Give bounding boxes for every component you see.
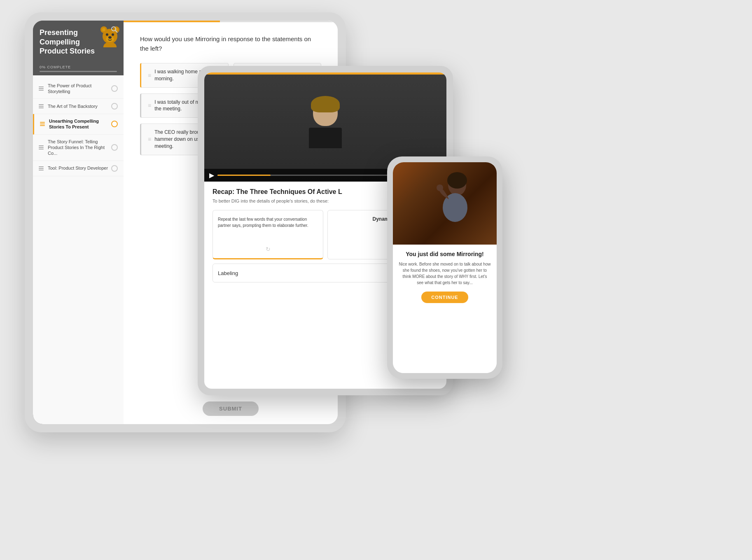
search-icon[interactable] <box>111 26 118 35</box>
progress-top-bar <box>124 21 338 22</box>
phone-device: You just did some Mirroring! Nice work. … <box>387 156 502 379</box>
progress-bar-bg <box>40 71 117 72</box>
sidebar-nav: The Power of Product Storytelling The Ar… <box>33 75 124 425</box>
refresh-icon: ↻ <box>218 246 318 252</box>
drag-icon: ≡ <box>148 72 151 78</box>
phone-image <box>393 162 497 245</box>
phone-person-area <box>393 162 497 245</box>
nav-lines-icon <box>39 104 44 108</box>
nav-item-text: Unearthing Compelling Stories To Present <box>49 118 109 130</box>
play-button[interactable]: ▶ <box>209 171 214 179</box>
nav-item-circle <box>111 165 118 172</box>
nav-item-text: The Power of Product Storytelling <box>48 83 109 95</box>
scene: Presenting Compelling Product Stories <box>0 0 752 560</box>
presenter-silhouette <box>305 99 346 157</box>
nav-lines-icon <box>39 86 44 91</box>
nav-item-circle <box>111 85 118 92</box>
sidebar-item-power-of-product[interactable]: The Power of Product Storytelling <box>33 79 124 99</box>
nav-item-text: The Story Funnel: Telling Product Storie… <box>48 139 109 156</box>
svg-point-8 <box>108 36 112 39</box>
woman-silhouette-svg <box>412 162 478 245</box>
progress-top-fill <box>124 21 220 22</box>
progress-bar-area: 0% COMPLETE <box>33 61 124 75</box>
phone-text-area: You just did some Mirroring! Nice work. … <box>393 245 497 373</box>
labeling-text: Labeling <box>218 270 238 276</box>
svg-line-11 <box>115 30 117 33</box>
sidebar-title: Presenting Compelling Product Stories <box>40 28 105 56</box>
continue-button[interactable]: CONTINUE <box>421 292 468 303</box>
phone-modal-text: Nice work. Before she moved on to talk a… <box>399 261 491 286</box>
person-body <box>309 128 342 148</box>
nav-item-circle <box>111 103 118 110</box>
progress-label: 0% COMPLETE <box>40 65 117 69</box>
drag-icon: ≡ <box>148 103 151 108</box>
svg-point-14 <box>447 172 467 189</box>
sidebar-item-tool[interactable]: Tool: Product Story Developer <box>33 161 124 176</box>
nav-item-text: Tool: Product Story Developer <box>48 165 109 171</box>
nav-item-circle <box>111 144 118 151</box>
sidebar-item-art-backstory[interactable]: The Art of The Backstory <box>33 99 124 114</box>
svg-point-6 <box>106 33 108 36</box>
nav-item-text: The Art of The Backstory <box>48 103 109 109</box>
person-head <box>313 99 338 126</box>
time-fill <box>217 175 271 176</box>
phone-modal-title: You just did some Mirroring! <box>399 250 491 258</box>
submit-area: SUBMIT <box>124 393 338 424</box>
sidebar-item-story-funnel[interactable]: The Story Funnel: Telling Product Storie… <box>33 135 124 161</box>
person-hair <box>311 96 340 112</box>
submit-button[interactable]: SUBMIT <box>203 401 259 416</box>
phone-screen: You just did some Mirroring! Nice work. … <box>393 162 497 373</box>
quiz-question: How would you use Mirroring in response … <box>140 35 321 53</box>
drag-icon: ≡ <box>148 136 151 142</box>
technique-card-mirroring: Repeat the last few words that your conv… <box>213 210 323 259</box>
svg-point-16 <box>437 184 443 191</box>
technique-card-text: Repeat the last few words that your conv… <box>218 216 318 229</box>
svg-point-9 <box>103 42 117 47</box>
svg-point-10 <box>112 27 116 31</box>
nav-lines-icon <box>39 145 44 149</box>
time-bar[interactable] <box>217 175 395 176</box>
nav-lines-icon <box>39 166 44 170</box>
sidebar-item-unearthing[interactable]: Unearthing Compelling Stories To Present <box>33 114 124 135</box>
sidebar-header: Presenting Compelling Product Stories <box>33 21 124 61</box>
nav-item-circle <box>111 121 118 127</box>
nav-lines-icon <box>40 122 46 126</box>
sidebar: Presenting Compelling Product Stories <box>33 21 124 424</box>
